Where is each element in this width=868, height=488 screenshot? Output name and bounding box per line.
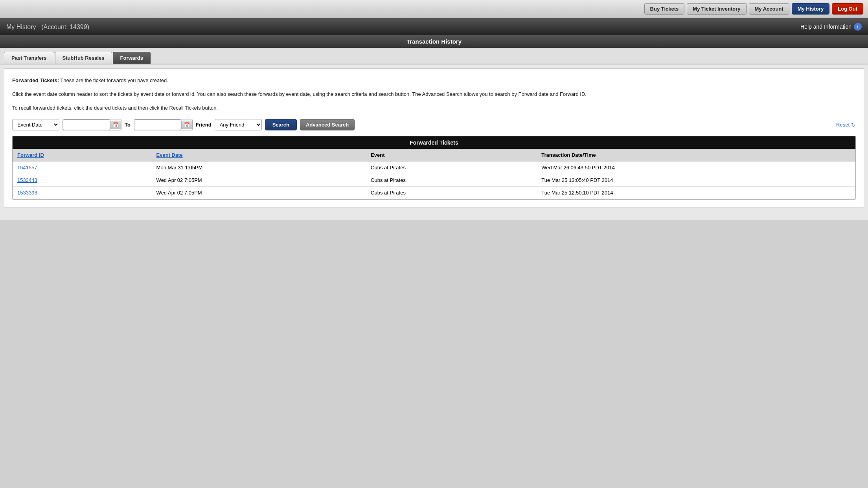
tab-stubhub-resales[interactable]: StubHub Resales	[55, 52, 112, 64]
cell-event: Cubs at Pirates	[366, 187, 537, 199]
cell-event-date: Mon Mar 31 1:05PM	[152, 161, 366, 174]
my-ticket-inventory-button[interactable]: My Ticket Inventory	[687, 3, 746, 15]
cell-transaction-datetime: Tue Mar 25 13:05:40 PDT 2014	[537, 174, 855, 187]
friend-select[interactable]: Any Friend	[215, 119, 262, 130]
table-row: 1533398 Wed Apr 02 7:05PM Cubs at Pirate…	[13, 187, 855, 199]
cell-forward-id: 1533443	[13, 174, 152, 187]
cell-forward-id: 1541557	[13, 161, 152, 174]
cell-event-date: Wed Apr 02 7:05PM	[152, 174, 366, 187]
buy-tickets-button[interactable]: Buy Tickets	[644, 3, 685, 15]
my-history-button[interactable]: My History	[792, 3, 829, 15]
cell-event-date: Wed Apr 02 7:05PM	[152, 187, 366, 199]
col-event: Event	[366, 149, 537, 161]
date-from-calendar-icon[interactable]: 📅	[110, 121, 121, 129]
logout-button[interactable]: Log Out	[832, 3, 863, 15]
refresh-icon: ↻	[851, 122, 856, 128]
table-row: 1541557 Mon Mar 31 1:05PM Cubs at Pirate…	[13, 161, 855, 174]
header-bar: My History (Account: 14399) Help and Inf…	[0, 18, 868, 35]
reset-link[interactable]: Reset ↻	[836, 122, 856, 128]
forwarded-tickets-table: Forward ID Event Date Event Transaction …	[13, 149, 855, 199]
info-icon: i	[854, 23, 862, 31]
cell-forward-id: 1533398	[13, 187, 152, 199]
friend-label: Friend	[196, 122, 211, 128]
date-to-input[interactable]	[134, 119, 181, 130]
date-to-calendar-icon[interactable]: 📅	[181, 121, 192, 129]
to-label: To	[125, 122, 131, 128]
my-account-button[interactable]: My Account	[749, 3, 789, 15]
page-title: My History (Account: 14399)	[6, 22, 89, 31]
date-to-input-wrap: 📅	[134, 119, 193, 130]
cell-event: Cubs at Pirates	[366, 174, 537, 187]
forwarded-tickets-table-container: Forwarded Tickets Forward ID Event Date …	[12, 136, 856, 200]
col-event-date: Event Date	[152, 149, 366, 161]
col-transaction-datetime: Transaction Date/Time	[537, 149, 855, 161]
cell-event: Cubs at Pirates	[366, 161, 537, 174]
col-forward-id: Forward ID	[13, 149, 152, 161]
advanced-search-button[interactable]: Advanced Search	[300, 119, 355, 130]
forward-id-link[interactable]: 1533443	[17, 177, 37, 183]
search-button[interactable]: Search	[265, 119, 297, 130]
info-line1-rest: These are the ticket forwards you have c…	[60, 77, 168, 83]
tabs-bar: Past Transfers StubHub Resales Forwards	[0, 48, 868, 64]
forward-id-sort-link[interactable]: Forward ID	[17, 152, 44, 158]
section-header: Transaction History	[0, 35, 868, 48]
forward-id-link[interactable]: 1533398	[17, 190, 37, 196]
tab-past-transfers[interactable]: Past Transfers	[4, 52, 54, 64]
help-info-button[interactable]: Help and Information i	[800, 23, 862, 31]
cell-transaction-datetime: Wed Mar 26 06:43:50 PDT 2014	[537, 161, 855, 174]
forward-id-link[interactable]: 1541557	[17, 165, 37, 171]
search-bar: Event DateForward DateForward ID 📅 To 📅 …	[12, 119, 856, 130]
top-navigation: Buy Tickets My Ticket Inventory My Accou…	[0, 0, 868, 18]
tab-forwards[interactable]: Forwards	[113, 52, 151, 64]
cell-transaction-datetime: Tue Mar 25 12:50:10 PDT 2014	[537, 187, 855, 199]
date-from-input[interactable]	[63, 119, 110, 130]
table-header-row: Forward ID Event Date Event Transaction …	[13, 149, 855, 161]
event-date-sort-link[interactable]: Event Date	[156, 152, 183, 158]
table-row: 1533443 Wed Apr 02 7:05PM Cubs at Pirate…	[13, 174, 855, 187]
table-body: 1541557 Mon Mar 31 1:05PM Cubs at Pirate…	[13, 161, 855, 199]
table-title: Forwarded Tickets	[13, 136, 855, 149]
date-from-input-wrap: 📅	[63, 119, 121, 130]
main-content: Past Transfers StubHub Resales Forwards …	[0, 48, 868, 220]
info-line2: Click the event date column header to so…	[12, 90, 856, 99]
info-line3: To recall forwarded tickets, click the d…	[12, 104, 856, 112]
filter-select[interactable]: Event DateForward DateForward ID	[12, 119, 59, 130]
content-area: Forwarded Tickets: These are the ticket …	[4, 68, 864, 208]
info-line1-bold: Forwarded Tickets:	[12, 77, 59, 83]
info-text: Forwarded Tickets: These are the ticket …	[12, 77, 856, 112]
